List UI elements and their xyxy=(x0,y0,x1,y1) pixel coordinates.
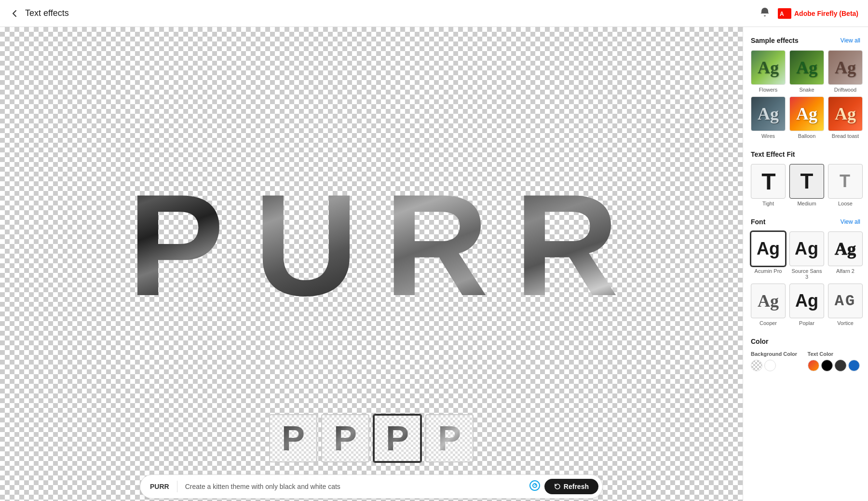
font-cooper[interactable]: Ag Cooper xyxy=(751,284,786,326)
thumbnail-2[interactable]: P xyxy=(373,414,421,462)
swatch-transparent[interactable] xyxy=(751,360,762,371)
effect-snake-label: Snake xyxy=(799,87,814,93)
thumbnail-3[interactable]: P xyxy=(425,414,474,462)
font-view-all[interactable]: View all xyxy=(841,218,860,225)
font-poplar-preview: Ag xyxy=(789,284,824,318)
swatch-dark-gray[interactable] xyxy=(835,360,846,371)
font-section-header: Font View all xyxy=(751,218,860,226)
svg-text:A: A xyxy=(780,11,784,17)
fit-medium-label: Medium xyxy=(797,201,816,206)
effect-snake[interactable]: Ag Snake xyxy=(789,50,824,93)
font-vortice[interactable]: AG Vortice xyxy=(828,284,863,326)
effects-grid: Ag Flowers Ag Snake Ag Driftwood xyxy=(751,50,860,139)
adobe-firefly-logo: A Adobe Firefly (Beta) xyxy=(778,8,858,19)
bg-color-label: Background Color xyxy=(751,351,804,357)
prompt-input[interactable] xyxy=(185,483,529,490)
effect-snake-preview: Ag xyxy=(789,50,824,85)
input-bar: PURR Refresh xyxy=(0,472,743,501)
thumbnails-bar: P P P P xyxy=(269,414,474,462)
letter-r1: R xyxy=(376,151,497,339)
effect-wires-preview: Ag xyxy=(751,96,786,131)
font-acumin-preview: Ag xyxy=(751,231,786,266)
swatch-blue[interactable] xyxy=(848,360,860,371)
effect-wires-label: Wires xyxy=(761,133,775,139)
header-actions: A Adobe Firefly (Beta) xyxy=(760,7,858,20)
effect-wires[interactable]: Ag Wires xyxy=(751,96,786,139)
effect-bread-preview: Ag xyxy=(828,96,863,131)
bg-color-swatches xyxy=(751,360,804,371)
adobe-firefly-label: Adobe Firefly (Beta) xyxy=(794,10,858,17)
back-button[interactable] xyxy=(10,9,19,18)
letter-r2: R xyxy=(506,151,627,339)
fit-medium[interactable]: T Medium xyxy=(789,164,824,206)
page-title: Text effects xyxy=(25,8,69,18)
sample-effects-header: Sample effects View all xyxy=(751,37,860,44)
font-alfarn[interactable]: Ag Alfarn 2 xyxy=(828,231,863,280)
thumbnail-0[interactable]: P xyxy=(269,414,317,462)
letter-u: U xyxy=(246,151,366,339)
effect-flowers-preview: Ag xyxy=(751,50,786,85)
effect-bread-label: Bread toast xyxy=(832,133,859,139)
letter-r2-glyph: R xyxy=(515,173,619,317)
word-label: PURR xyxy=(150,483,169,490)
font-section-title: Font xyxy=(751,218,765,226)
color-section-title: Color xyxy=(751,338,769,345)
fit-loose[interactable]: T Loose xyxy=(828,164,863,206)
font-source-sans-preview: Ag xyxy=(789,231,824,266)
text-effect-fit-section: Text Effect Fit T Tight T Medium xyxy=(751,150,860,206)
fit-tight[interactable]: T Tight xyxy=(751,164,786,206)
color-section: Color Background Color Text Color xyxy=(751,338,860,371)
notification-icon[interactable] xyxy=(760,7,770,20)
effect-balloon-preview: Ag xyxy=(789,96,824,131)
color-row: Background Color Text Color xyxy=(751,351,860,371)
input-container: PURR Refresh xyxy=(140,474,603,499)
font-acumin-label: Acumin Pro xyxy=(755,268,782,274)
refresh-label: Refresh xyxy=(564,483,589,490)
main-layout: P U R R P P P xyxy=(0,27,868,501)
color-section-header: Color xyxy=(751,338,860,345)
effect-flowers-label: Flowers xyxy=(759,87,778,93)
fit-grid: T Tight T Medium T Loose xyxy=(751,164,860,206)
thumbnail-1[interactable]: P xyxy=(321,414,369,462)
canvas-area: P U R R P P P xyxy=(0,27,743,501)
font-source-sans[interactable]: Ag Source Sans 3 xyxy=(789,231,824,280)
letter-u-glyph: U xyxy=(254,173,359,317)
effect-flowers[interactable]: Ag Flowers xyxy=(751,50,786,93)
input-divider xyxy=(177,481,177,492)
font-section: Font View all Ag Acumin Pro Ag Source Sa… xyxy=(751,218,860,326)
effect-balloon[interactable]: Ag Balloon xyxy=(789,96,824,139)
fit-tight-label: Tight xyxy=(762,201,774,206)
text-color-group: Text Color xyxy=(808,351,861,371)
font-acumin[interactable]: Ag Acumin Pro xyxy=(751,231,786,280)
font-poplar-label: Poplar xyxy=(799,320,814,326)
swatch-white[interactable] xyxy=(764,360,776,371)
fit-section-header: Text Effect Fit xyxy=(751,150,860,158)
effect-driftwood[interactable]: Ag Driftwood xyxy=(828,50,863,93)
effect-driftwood-preview: Ag xyxy=(828,50,863,85)
fit-loose-label: Loose xyxy=(838,201,853,206)
fit-loose-preview: T xyxy=(828,164,863,199)
letter-r1-glyph: R xyxy=(384,173,489,317)
font-alfarn-preview: Ag xyxy=(828,231,863,266)
font-alfarn-label: Alfarn 2 xyxy=(836,268,854,274)
text-color-swatches xyxy=(808,360,861,371)
effect-driftwood-label: Driftwood xyxy=(834,87,856,93)
sample-effects-view-all[interactable]: View all xyxy=(841,37,860,44)
purr-display: P U R R xyxy=(116,151,627,339)
letter-p-glyph: P xyxy=(128,173,224,317)
effect-bread[interactable]: Ag Bread toast xyxy=(828,96,863,139)
swatch-red[interactable] xyxy=(808,360,819,371)
sample-effects-title: Sample effects xyxy=(751,37,799,44)
sync-icon[interactable] xyxy=(529,480,541,494)
font-cooper-label: Cooper xyxy=(760,320,777,326)
refresh-button[interactable]: Refresh xyxy=(544,479,598,494)
font-poplar[interactable]: Ag Poplar xyxy=(789,284,824,326)
sample-effects-section: Sample effects View all Ag Flowers Ag Sn… xyxy=(751,37,860,139)
font-source-sans-label: Source Sans 3 xyxy=(789,268,824,280)
font-cooper-preview: Ag xyxy=(751,284,786,318)
effect-balloon-label: Balloon xyxy=(798,133,816,139)
fit-medium-preview: T xyxy=(789,164,824,199)
letter-p: P xyxy=(116,151,236,339)
app-header: Text effects A Adobe Firefly (Beta) xyxy=(0,0,868,27)
swatch-black[interactable] xyxy=(821,360,833,371)
